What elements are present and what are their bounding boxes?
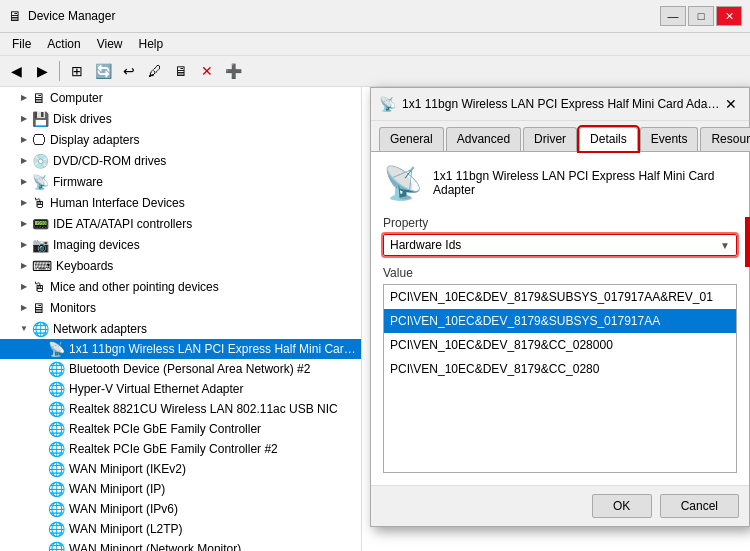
scroll-indicator [745, 217, 750, 267]
dialog-title-text: 1x1 11bgn Wireless LAN PCI Express Half … [402, 97, 721, 111]
menu-view[interactable]: View [89, 35, 131, 53]
tab-advanced[interactable]: Advanced [446, 127, 521, 151]
dialog-footer: OK Cancel [371, 485, 749, 526]
main-content: 🖥Computer💾Disk drives🖵Display adapters💿D… [0, 87, 750, 551]
menu-bar: File Action View Help [0, 33, 750, 56]
dialog-icon: 📡 [379, 96, 396, 112]
property-dropdown[interactable]: Hardware Ids ▼ [383, 234, 737, 256]
disable-button[interactable]: 🖊 [143, 59, 167, 83]
properties-button[interactable]: ⊞ [65, 59, 89, 83]
minimize-button[interactable]: — [660, 6, 686, 26]
title-bar-text: Device Manager [28, 9, 660, 23]
back-button[interactable]: ◀ [4, 59, 28, 83]
toolbar-separator-1 [59, 61, 60, 81]
device-header: 📡 1x1 11bgn Wireless LAN PCI Express Hal… [383, 164, 737, 202]
property-dropdown-value: Hardware Ids [390, 238, 720, 252]
toolbar: ◀ ▶ ⊞ 🔄 ↩ 🖊 🖥 ✕ ➕ [0, 56, 750, 87]
dialog-body: 📡 1x1 11bgn Wireless LAN PCI Express Hal… [371, 151, 749, 485]
add-button[interactable]: ➕ [221, 59, 245, 83]
value-list-item[interactable]: PCI\VEN_10EC&DEV_8179&SUBSYS_017917AA&RE… [384, 285, 736, 309]
menu-action[interactable]: Action [39, 35, 88, 53]
cancel-button[interactable]: Cancel [660, 494, 739, 518]
dialog-overlay: 📡 1x1 11bgn Wireless LAN PCI Express Hal… [0, 87, 750, 551]
value-list-item[interactable]: PCI\VEN_10EC&DEV_8179&CC_0280 [384, 357, 736, 381]
dropdown-arrow-icon: ▼ [720, 240, 730, 251]
value-list[interactable]: PCI\VEN_10EC&DEV_8179&SUBSYS_017917AA&RE… [383, 284, 737, 473]
value-list-item[interactable]: PCI\VEN_10EC&DEV_8179&SUBSYS_017917AA [384, 309, 736, 333]
tab-driver[interactable]: Driver [523, 127, 577, 151]
tab-details[interactable]: Details [579, 127, 638, 151]
tab-general[interactable]: General [379, 127, 444, 151]
tab-bar: General Advanced Driver Details Events R… [371, 121, 749, 151]
maximize-button[interactable]: □ [688, 6, 714, 26]
ok-button[interactable]: OK [592, 494, 652, 518]
tab-resources[interactable]: Resources [700, 127, 750, 151]
value-label: Value [383, 266, 737, 280]
title-bar: 🖥 Device Manager — □ ✕ [0, 0, 750, 33]
forward-button[interactable]: ▶ [30, 59, 54, 83]
menu-help[interactable]: Help [131, 35, 172, 53]
properties-dialog: 📡 1x1 11bgn Wireless LAN PCI Express Hal… [370, 87, 750, 527]
menu-file[interactable]: File [4, 35, 39, 53]
window-controls: — □ ✕ [660, 6, 742, 26]
device-header-name: 1x1 11bgn Wireless LAN PCI Express Half … [433, 169, 737, 197]
tab-events[interactable]: Events [640, 127, 699, 151]
close-button[interactable]: ✕ [716, 6, 742, 26]
update-driver-button[interactable]: 🔄 [91, 59, 115, 83]
dialog-close-button[interactable]: ✕ [721, 94, 741, 114]
scan-button[interactable]: ✕ [195, 59, 219, 83]
value-list-item[interactable]: PCI\VEN_10EC&DEV_8179&CC_028000 [384, 333, 736, 357]
app-icon: 🖥 [8, 8, 22, 24]
property-label: Property [383, 216, 737, 230]
dialog-title-bar: 📡 1x1 11bgn Wireless LAN PCI Express Hal… [371, 88, 749, 121]
device-header-icon: 📡 [383, 164, 423, 202]
roll-back-button[interactable]: ↩ [117, 59, 141, 83]
uninstall-button[interactable]: 🖥 [169, 59, 193, 83]
